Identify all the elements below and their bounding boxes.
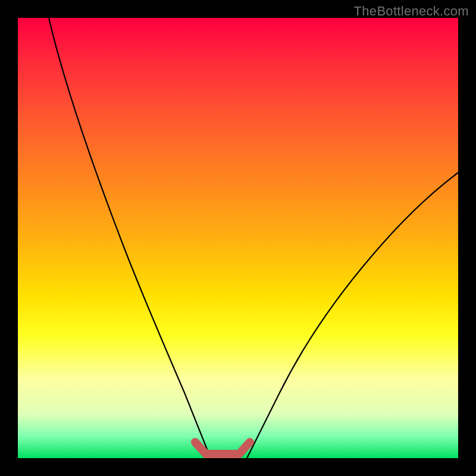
right-curve <box>247 173 458 458</box>
chart-svg <box>18 18 458 458</box>
chart-frame: TheBottleneck.com <box>0 0 476 476</box>
watermark-text: TheBottleneck.com <box>354 4 469 19</box>
plot-area <box>18 18 458 458</box>
left-curve <box>49 18 208 458</box>
trough-highlight <box>195 442 250 454</box>
